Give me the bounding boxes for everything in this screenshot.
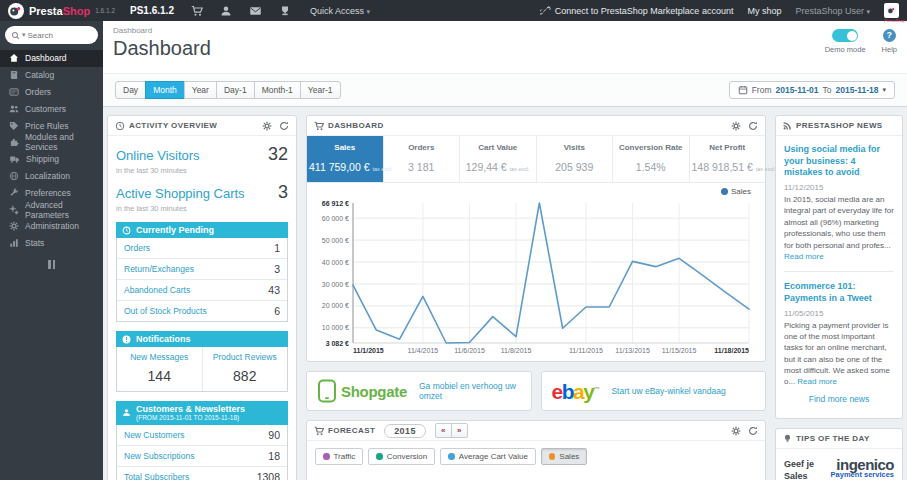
news-article-excerpt: In 2015, social media are an integral pa… [784, 194, 894, 262]
demo-mode-toggle[interactable] [832, 29, 858, 42]
chevron-down-icon: ▾ [866, 8, 870, 15]
kpi-conversion-rate[interactable]: Conversion Rate1.54% [612, 136, 689, 182]
mail-icon[interactable] [249, 5, 262, 17]
sidebar-item-customers[interactable]: Customers [0, 100, 103, 117]
sidebar-item-catalog[interactable]: Catalog [0, 67, 103, 84]
new-messages-link[interactable]: New Messages [119, 352, 200, 362]
forecast-next-button[interactable]: » [451, 423, 468, 438]
sidebar-item-stats[interactable]: Stats [0, 235, 103, 252]
gears-icon [9, 205, 19, 215]
puzzle-icon [9, 137, 19, 147]
svg-text:60 000 €: 60 000 € [322, 215, 349, 222]
panel-settings-icon[interactable] [731, 121, 741, 131]
marketplace-link[interactable]: Connect to PrestaShop Marketplace accoun… [540, 5, 734, 16]
forecast-conversion-toggle[interactable]: Conversion [368, 448, 435, 465]
kpi-sales[interactable]: Sales411 759,00 € tax excl. [307, 136, 383, 182]
sidebar-nav: Dashboard Catalog Orders Customers Price… [0, 50, 103, 252]
orders-link[interactable]: Orders [124, 243, 150, 253]
new-subscriptions-link[interactable]: New Subscriptions [124, 451, 194, 461]
sidebar-item-orders[interactable]: Orders [0, 84, 103, 101]
legend-dot [721, 188, 728, 195]
period-year-1-button[interactable]: Year-1 [300, 81, 341, 99]
date-range-picker[interactable]: From2015-11-01 To2015-11-18 ▾ [729, 81, 895, 99]
quick-access-menu[interactable]: Quick Access ▾ [310, 6, 370, 16]
news-article-title[interactable]: Ecommerce 101: Payments in a Tweet [784, 281, 894, 304]
pending-row: Out of Stock Products6 [117, 301, 287, 321]
customers-newsletters-header: Customers & Newsletters(FROM 2015-11-01 … [116, 401, 288, 425]
forecast-prev-button[interactable]: « [435, 423, 452, 438]
read-more-link[interactable]: Read more [784, 252, 824, 261]
customers-row: Total Subscribers1308 [117, 467, 287, 480]
sidebar-item-localization[interactable]: Localization [0, 168, 103, 185]
trophy-icon[interactable] [279, 5, 291, 17]
total-subscribers-link[interactable]: Total Subscribers [124, 472, 189, 480]
kpi-orders[interactable]: Orders3 181 [383, 136, 460, 182]
shopgate-link[interactable]: Ga mobiel en verhoog uw omzet [419, 381, 521, 401]
ebay-link[interactable]: Start uw eBay-winkel vandaag [611, 386, 725, 396]
period-day-1-button[interactable]: Day-1 [216, 81, 255, 99]
lightbulb-icon [783, 434, 792, 443]
clock-icon [115, 121, 125, 131]
help-icon[interactable]: ? [883, 29, 896, 42]
news-article-date: 11/05/2015 [784, 309, 894, 318]
clock-icon [122, 226, 131, 235]
svg-text:66 912 €: 66 912 € [322, 200, 349, 207]
kpi-row: Sales411 759,00 € tax excl. Orders3 181 … [307, 136, 765, 183]
period-month-1-button[interactable]: Month-1 [254, 81, 301, 99]
user-avatar[interactable]: PrestaShop [884, 3, 899, 18]
my-shop-link[interactable]: My shop [747, 6, 781, 16]
divider [784, 271, 894, 272]
activity-panel-title: ACTIVITY OVERVIEW [129, 121, 217, 130]
svg-text:11/13/2015: 11/13/2015 [615, 347, 650, 354]
search-scope-caret[interactable]: ▾ [22, 31, 26, 39]
tips-of-the-day-panel: TIPS OF THE DAY ingenico Payment service… [775, 428, 903, 480]
panel-refresh-icon[interactable] [748, 121, 758, 131]
sidebar-item-modules[interactable]: Modules and Services [0, 134, 103, 151]
prestashop-logo[interactable]: PrestaShop 1.6.1.2 [8, 3, 115, 19]
svg-text:3 082 €: 3 082 € [326, 340, 349, 347]
sidebar-item-advanced-parameters[interactable]: Advanced Parameters [0, 201, 103, 218]
cart-icon[interactable] [191, 5, 203, 17]
kpi-cart-value[interactable]: Cart Value129,44 € tax excl. [459, 136, 536, 182]
sidebar-item-dashboard[interactable]: Dashboard [0, 50, 103, 67]
out-of-stock-link[interactable]: Out of Stock Products [124, 306, 207, 316]
forecast-year: 2015 [384, 424, 426, 438]
breadcrumb: Dashboard [113, 26, 897, 35]
panel-refresh-icon[interactable] [279, 121, 289, 131]
forecast-traffic-toggle[interactable]: Traffic [315, 448, 363, 465]
product-reviews-link[interactable]: Product Reviews [205, 352, 286, 362]
forecast-avg-cart-toggle[interactable]: Average Cart Value [440, 448, 536, 465]
panel-settings-icon[interactable] [731, 426, 741, 436]
returns-link[interactable]: Return/Exchanges [124, 264, 194, 274]
user-menu[interactable]: PrestaShop User ▾ [795, 6, 870, 16]
period-month-button[interactable]: Month [145, 81, 185, 99]
new-customers-link[interactable]: New Customers [124, 430, 184, 440]
period-day-button[interactable]: Day [115, 81, 146, 99]
sidebar-search[interactable]: ▾ [5, 26, 98, 44]
sidebar-item-administration[interactable]: Administration [0, 218, 103, 235]
dashboard-panel: DASHBOARD Sales411 759,00 € tax excl. Or… [306, 115, 766, 362]
ebay-promo-card: ebay™ Start uw eBay-winkel vandaag [541, 371, 767, 411]
svg-text:10 000 €: 10 000 € [322, 324, 349, 331]
ebay-logo: ebay™ [552, 381, 600, 402]
kpi-net-profit[interactable]: Net Profit148 918,51 € tax excl. [689, 136, 766, 182]
active-carts-link[interactable]: Active Shopping Carts [116, 186, 245, 201]
user-icon[interactable] [220, 5, 232, 17]
read-more-link[interactable]: Read more [797, 377, 837, 386]
news-article-excerpt: Picking a payment provider is one of the… [784, 320, 894, 388]
news-article-title[interactable]: Using social media for your business: 4 … [784, 144, 894, 179]
cart-icon [314, 121, 324, 131]
sidebar-collapse-button[interactable] [48, 260, 55, 269]
sidebar-item-shipping[interactable]: Shipping [0, 151, 103, 168]
abandoned-carts-link[interactable]: Abandoned Carts [124, 285, 190, 295]
period-year-button[interactable]: Year [184, 81, 217, 99]
panel-settings-icon[interactable] [262, 121, 272, 131]
kpi-visits[interactable]: Visits205 939 [536, 136, 613, 182]
brand-name: PrestaShop [29, 5, 90, 17]
panel-refresh-icon[interactable] [748, 426, 758, 436]
find-more-news-link[interactable]: Find more news [784, 388, 894, 414]
search-input[interactable] [28, 31, 80, 40]
forecast-sales-toggle[interactable]: Sales [541, 448, 588, 465]
date-filter-bar: Day Month Year Day-1 Month-1 Year-1 From… [103, 73, 907, 107]
online-visitors-link[interactable]: Online Visitors [116, 148, 200, 163]
